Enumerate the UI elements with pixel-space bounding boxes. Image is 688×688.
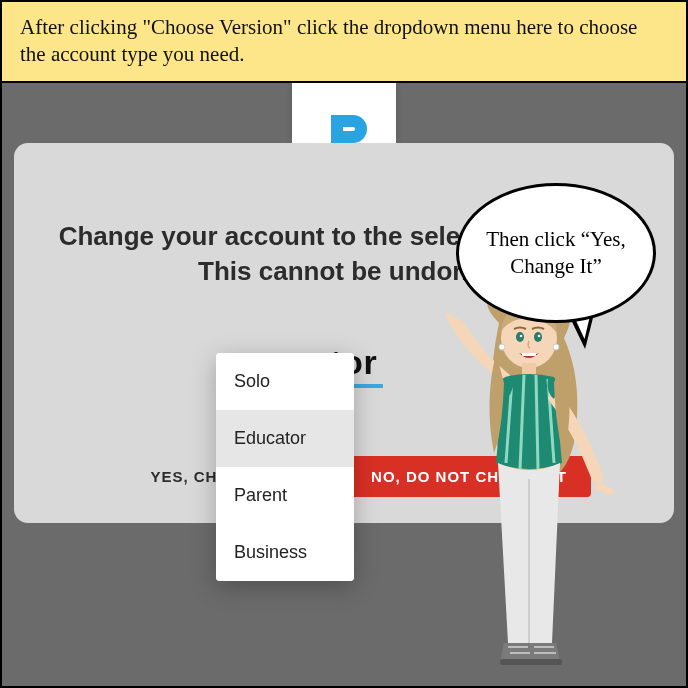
- stage: Change your account to the selected vers…: [2, 83, 686, 687]
- account-type-dropdown[interactable]: Solo Educator Parent Business: [216, 353, 354, 581]
- svg-point-5: [520, 334, 523, 337]
- svg-line-13: [536, 375, 538, 469]
- dropdown-item-parent[interactable]: Parent: [216, 467, 354, 524]
- dropdown-item-business[interactable]: Business: [216, 524, 354, 581]
- svg-point-9: [553, 344, 559, 350]
- instruction-banner: After clicking "Choose Version" click th…: [2, 2, 686, 83]
- svg-point-6: [538, 334, 541, 337]
- dropdown-item-educator[interactable]: Educator: [216, 410, 354, 467]
- speech-bubble-text: Then click “Yes, Change It”: [479, 226, 633, 279]
- dropdown-item-solo[interactable]: Solo: [216, 353, 354, 410]
- svg-point-3: [516, 332, 524, 342]
- svg-point-8: [499, 344, 505, 350]
- svg-rect-7: [522, 353, 536, 356]
- svg-rect-21: [528, 659, 562, 665]
- speech-bubble: Then click “Yes, Change It”: [456, 183, 656, 323]
- svg-point-4: [534, 332, 542, 342]
